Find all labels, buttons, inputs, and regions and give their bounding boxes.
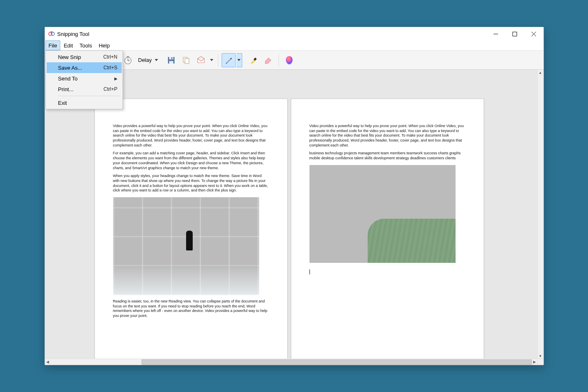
horizontal-scroll-thumb[interactable] [142, 359, 532, 365]
svg-rect-14 [171, 57, 172, 59]
svg-rect-4 [513, 32, 517, 36]
text-cursor [309, 267, 465, 276]
delay-label: Delay [138, 57, 152, 63]
menu-bar: File Edit Tools Help [45, 40, 543, 50]
flowers-image [309, 165, 456, 263]
menu-item-label: New Snip [58, 54, 81, 60]
file-menu-dropdown: New Snip Ctrl+N Save As... Ctrl+S Send T… [45, 50, 123, 109]
menu-tools[interactable]: Tools [76, 40, 95, 50]
paragraph: Video provides a powerful way to help yo… [113, 124, 269, 148]
svg-point-17 [226, 63, 227, 64]
send-mail-dropdown[interactable] [209, 53, 215, 67]
pen-tool-button[interactable] [222, 53, 236, 67]
delay-clock-icon[interactable] [121, 53, 135, 67]
svg-rect-10 [127, 56, 129, 57]
delay-dropdown[interactable] [153, 53, 159, 67]
maximize-button[interactable] [505, 27, 524, 40]
menu-item-shortcut: Ctrl+S [104, 65, 118, 71]
capture-viewport[interactable]: Video provides a powerful way to help yo… [45, 70, 538, 359]
svg-rect-19 [250, 63, 253, 64]
menu-item-label: Print... [58, 86, 74, 92]
toolbar-separator [279, 54, 279, 66]
save-button[interactable] [164, 53, 178, 67]
scrollbar-corner [537, 359, 543, 365]
paragraph: business technology projects management … [309, 151, 465, 161]
copy-button[interactable] [179, 53, 193, 67]
menu-item-send-to[interactable]: Send To ▶ [47, 73, 122, 84]
menu-item-shortcut: Ctrl+P [104, 86, 118, 92]
office-image [113, 197, 259, 295]
app-icon [48, 31, 55, 37]
menu-item-print[interactable]: Print... Ctrl+P [47, 84, 122, 94]
paragraph: Video provides a powerful way to help yo… [309, 124, 465, 148]
document-page-1: Video provides a powerful way to help yo… [94, 99, 288, 365]
menu-item-label: Send To [58, 76, 78, 82]
menu-item-new-snip[interactable]: New Snip Ctrl+N [47, 52, 122, 62]
menu-file[interactable]: File [45, 40, 61, 50]
menu-item-label: Save As... [58, 65, 83, 71]
window-controls [486, 27, 543, 40]
scroll-right-arrow-icon[interactable]: ▶ [532, 359, 538, 365]
paragraph: For example, you can add a matching cove… [113, 151, 269, 170]
submenu-arrow-icon: ▶ [114, 76, 118, 81]
toolbar-separator [218, 54, 218, 66]
menu-item-shortcut: Ctrl+N [103, 54, 117, 60]
eraser-tool-button[interactable] [261, 53, 275, 67]
scroll-up-arrow-icon[interactable]: ▲ [538, 70, 543, 76]
svg-point-1 [51, 32, 54, 35]
vertical-scrollbar[interactable]: ▲ ▼ [537, 70, 543, 359]
scroll-down-arrow-icon[interactable]: ▼ [538, 353, 543, 359]
menu-help[interactable]: Help [95, 40, 113, 50]
menu-item-save-as[interactable]: Save As... Ctrl+S [47, 62, 122, 73]
send-mail-button[interactable] [194, 53, 208, 67]
svg-rect-2 [51, 31, 52, 32]
close-button[interactable] [524, 27, 543, 40]
application-window: Snipping Tool File Edit Tools Help Delay [45, 27, 544, 365]
capture-area: Video provides a powerful way to help yo… [45, 70, 543, 365]
menu-item-label: Exit [58, 100, 67, 106]
scroll-left-arrow-icon[interactable]: ◀ [45, 359, 51, 365]
title-bar: Snipping Tool [45, 27, 543, 40]
document-page-2: Video provides a powerful way to help yo… [291, 99, 484, 365]
captured-document: Video provides a powerful way to help yo… [45, 70, 538, 359]
menu-edit[interactable]: Edit [60, 40, 76, 50]
window-title: Snipping Tool [57, 31, 90, 37]
paragraph: When you apply styles, your headings cha… [113, 174, 269, 193]
svg-rect-13 [169, 61, 173, 64]
horizontal-scrollbar[interactable]: ◀ ▶ [45, 359, 538, 365]
pen-tool-dropdown[interactable] [236, 53, 242, 67]
paragraph: Reading is easier, too, in the new Readi… [113, 299, 269, 319]
menu-separator [58, 96, 121, 96]
highlighter-tool-button[interactable] [246, 53, 260, 67]
paint3d-button[interactable] [282, 53, 296, 67]
minimize-button[interactable] [486, 27, 505, 40]
menu-item-exit[interactable]: Exit [47, 97, 122, 108]
svg-rect-16 [185, 59, 189, 64]
